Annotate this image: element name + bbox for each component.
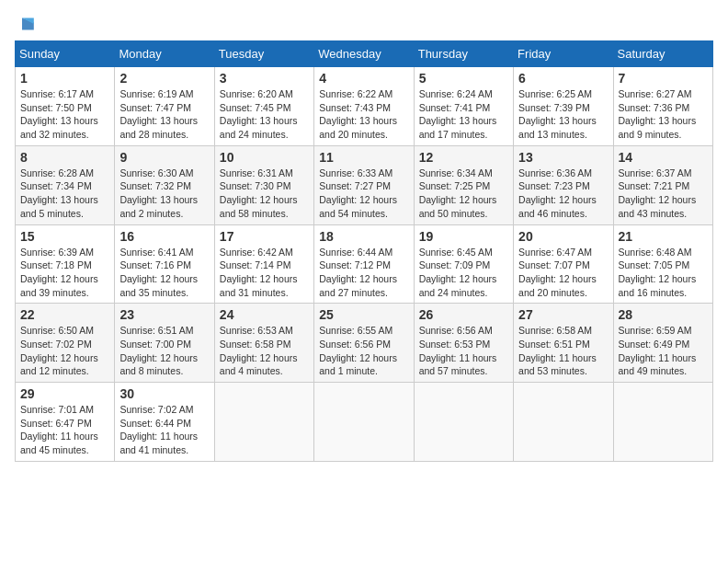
calendar-cell: 13 Sunrise: 6:36 AM Sunset: 7:23 PM Dayl… bbox=[514, 145, 613, 224]
day-info: Sunrise: 6:24 AM Sunset: 7:41 PM Dayligh… bbox=[419, 87, 508, 142]
day-info: Sunrise: 7:01 AM Sunset: 6:47 PM Dayligh… bbox=[20, 403, 109, 457]
day-info: Sunrise: 6:36 AM Sunset: 7:23 PM Dayligh… bbox=[518, 167, 608, 221]
day-info: Sunrise: 6:37 AM Sunset: 7:21 PM Dayligh… bbox=[619, 167, 708, 221]
calendar-cell bbox=[314, 383, 414, 462]
day-number: 29 bbox=[20, 386, 109, 401]
day-info: Sunrise: 6:48 AM Sunset: 7:05 PM Dayligh… bbox=[619, 246, 708, 300]
day-header-sunday: Sunday bbox=[16, 41, 115, 67]
day-info: Sunrise: 6:31 AM Sunset: 7:30 PM Dayligh… bbox=[220, 167, 309, 221]
calendar-cell: 19 Sunrise: 6:45 AM Sunset: 7:09 PM Dayl… bbox=[414, 224, 513, 304]
day-info: Sunrise: 6:56 AM Sunset: 6:53 PM Dayligh… bbox=[419, 324, 508, 378]
day-info: Sunrise: 6:28 AM Sunset: 7:34 PM Dayligh… bbox=[20, 167, 109, 221]
calendar-cell: 2 Sunrise: 6:19 AM Sunset: 7:47 PM Dayli… bbox=[115, 67, 214, 146]
calendar-row: 29 Sunrise: 7:01 AM Sunset: 6:47 PM Dayl… bbox=[16, 383, 713, 462]
day-info: Sunrise: 6:27 AM Sunset: 7:36 PM Dayligh… bbox=[619, 87, 708, 142]
calendar-row: 8 Sunrise: 6:28 AM Sunset: 7:34 PM Dayli… bbox=[16, 145, 713, 224]
day-info: Sunrise: 6:39 AM Sunset: 7:18 PM Dayligh… bbox=[20, 246, 109, 300]
calendar-cell: 7 Sunrise: 6:27 AM Sunset: 7:36 PM Dayli… bbox=[613, 67, 712, 146]
day-number: 30 bbox=[119, 386, 209, 401]
day-number: 1 bbox=[20, 71, 109, 86]
day-header-friday: Friday bbox=[514, 41, 613, 67]
logo bbox=[15, 15, 40, 33]
calendar-cell: 28 Sunrise: 6:59 AM Sunset: 6:49 PM Dayl… bbox=[613, 304, 712, 383]
day-info: Sunrise: 6:45 AM Sunset: 7:09 PM Dayligh… bbox=[419, 246, 508, 300]
calendar-cell: 1 Sunrise: 6:17 AM Sunset: 7:50 PM Dayli… bbox=[16, 67, 115, 146]
day-number: 17 bbox=[220, 229, 309, 244]
day-number: 15 bbox=[20, 229, 109, 244]
day-info: Sunrise: 6:17 AM Sunset: 7:50 PM Dayligh… bbox=[20, 87, 109, 142]
day-info: Sunrise: 6:30 AM Sunset: 7:32 PM Dayligh… bbox=[119, 167, 209, 221]
day-info: Sunrise: 6:58 AM Sunset: 6:51 PM Dayligh… bbox=[518, 324, 608, 378]
day-info: Sunrise: 6:34 AM Sunset: 7:25 PM Dayligh… bbox=[419, 167, 508, 221]
calendar-cell: 30 Sunrise: 7:02 AM Sunset: 6:44 PM Dayl… bbox=[115, 383, 214, 462]
day-number: 6 bbox=[518, 71, 608, 86]
day-number: 2 bbox=[119, 71, 209, 86]
day-number: 28 bbox=[619, 307, 708, 322]
day-number: 11 bbox=[319, 150, 408, 165]
day-number: 5 bbox=[419, 71, 508, 86]
day-info: Sunrise: 6:59 AM Sunset: 6:49 PM Dayligh… bbox=[619, 324, 708, 378]
day-info: Sunrise: 6:19 AM Sunset: 7:47 PM Dayligh… bbox=[119, 87, 209, 142]
calendar-cell: 25 Sunrise: 6:55 AM Sunset: 6:56 PM Dayl… bbox=[314, 304, 414, 383]
day-info: Sunrise: 6:41 AM Sunset: 7:16 PM Dayligh… bbox=[119, 246, 209, 300]
day-number: 27 bbox=[518, 307, 608, 322]
day-header-saturday: Saturday bbox=[613, 41, 712, 67]
day-number: 20 bbox=[518, 229, 608, 244]
calendar-cell: 9 Sunrise: 6:30 AM Sunset: 7:32 PM Dayli… bbox=[115, 145, 214, 224]
day-info: Sunrise: 6:25 AM Sunset: 7:39 PM Dayligh… bbox=[518, 87, 608, 142]
day-info: Sunrise: 6:42 AM Sunset: 7:14 PM Dayligh… bbox=[220, 246, 309, 300]
calendar-cell: 27 Sunrise: 6:58 AM Sunset: 6:51 PM Dayl… bbox=[514, 304, 613, 383]
day-number: 12 bbox=[419, 150, 508, 165]
day-number: 13 bbox=[518, 150, 608, 165]
calendar-cell: 16 Sunrise: 6:41 AM Sunset: 7:16 PM Dayl… bbox=[115, 224, 214, 304]
day-number: 26 bbox=[419, 307, 508, 322]
day-header-wednesday: Wednesday bbox=[314, 41, 414, 67]
calendar-cell: 24 Sunrise: 6:53 AM Sunset: 6:58 PM Dayl… bbox=[214, 304, 313, 383]
calendar-cell: 21 Sunrise: 6:48 AM Sunset: 7:05 PM Dayl… bbox=[613, 224, 712, 304]
calendar-cell: 29 Sunrise: 7:01 AM Sunset: 6:47 PM Dayl… bbox=[16, 383, 115, 462]
calendar-cell: 18 Sunrise: 6:44 AM Sunset: 7:12 PM Dayl… bbox=[314, 224, 414, 304]
day-info: Sunrise: 6:22 AM Sunset: 7:43 PM Dayligh… bbox=[319, 87, 408, 142]
calendar: SundayMondayTuesdayWednesdayThursdayFrid… bbox=[15, 40, 713, 462]
calendar-cell: 4 Sunrise: 6:22 AM Sunset: 7:43 PM Dayli… bbox=[314, 67, 414, 146]
calendar-cell bbox=[414, 383, 513, 462]
logo-icon bbox=[15, 15, 37, 33]
calendar-cell: 10 Sunrise: 6:31 AM Sunset: 7:30 PM Dayl… bbox=[214, 145, 313, 224]
day-header-thursday: Thursday bbox=[414, 41, 513, 67]
day-info: Sunrise: 6:33 AM Sunset: 7:27 PM Dayligh… bbox=[319, 167, 408, 221]
calendar-cell: 5 Sunrise: 6:24 AM Sunset: 7:41 PM Dayli… bbox=[414, 67, 513, 146]
calendar-cell bbox=[514, 383, 613, 462]
calendar-cell: 14 Sunrise: 6:37 AM Sunset: 7:21 PM Dayl… bbox=[613, 145, 712, 224]
calendar-cell: 23 Sunrise: 6:51 AM Sunset: 7:00 PM Dayl… bbox=[115, 304, 214, 383]
day-number: 25 bbox=[319, 307, 408, 322]
day-number: 10 bbox=[220, 150, 309, 165]
day-header-tuesday: Tuesday bbox=[214, 41, 313, 67]
day-number: 16 bbox=[119, 229, 209, 244]
day-info: Sunrise: 6:20 AM Sunset: 7:45 PM Dayligh… bbox=[220, 87, 309, 142]
day-info: Sunrise: 6:50 AM Sunset: 7:02 PM Dayligh… bbox=[20, 324, 109, 378]
day-number: 7 bbox=[619, 71, 708, 86]
calendar-row: 22 Sunrise: 6:50 AM Sunset: 7:02 PM Dayl… bbox=[16, 304, 713, 383]
day-number: 19 bbox=[419, 229, 508, 244]
calendar-cell: 15 Sunrise: 6:39 AM Sunset: 7:18 PM Dayl… bbox=[16, 224, 115, 304]
day-info: Sunrise: 6:47 AM Sunset: 7:07 PM Dayligh… bbox=[518, 246, 608, 300]
day-number: 4 bbox=[319, 71, 408, 86]
day-number: 21 bbox=[619, 229, 708, 244]
calendar-cell: 3 Sunrise: 6:20 AM Sunset: 7:45 PM Dayli… bbox=[214, 67, 313, 146]
calendar-cell bbox=[214, 383, 313, 462]
calendar-cell: 11 Sunrise: 6:33 AM Sunset: 7:27 PM Dayl… bbox=[314, 145, 414, 224]
day-number: 9 bbox=[119, 150, 209, 165]
day-info: Sunrise: 7:02 AM Sunset: 6:44 PM Dayligh… bbox=[119, 403, 209, 457]
calendar-cell: 17 Sunrise: 6:42 AM Sunset: 7:14 PM Dayl… bbox=[214, 224, 313, 304]
calendar-cell: 26 Sunrise: 6:56 AM Sunset: 6:53 PM Dayl… bbox=[414, 304, 513, 383]
day-number: 23 bbox=[119, 307, 209, 322]
day-info: Sunrise: 6:55 AM Sunset: 6:56 PM Dayligh… bbox=[319, 324, 408, 378]
day-info: Sunrise: 6:53 AM Sunset: 6:58 PM Dayligh… bbox=[220, 324, 309, 378]
day-info: Sunrise: 6:51 AM Sunset: 7:00 PM Dayligh… bbox=[119, 324, 209, 378]
day-header-monday: Monday bbox=[115, 41, 214, 67]
calendar-cell: 22 Sunrise: 6:50 AM Sunset: 7:02 PM Dayl… bbox=[16, 304, 115, 383]
day-number: 24 bbox=[220, 307, 309, 322]
calendar-cell bbox=[613, 383, 712, 462]
calendar-row: 1 Sunrise: 6:17 AM Sunset: 7:50 PM Dayli… bbox=[16, 67, 713, 146]
calendar-row: 15 Sunrise: 6:39 AM Sunset: 7:18 PM Dayl… bbox=[16, 224, 713, 304]
